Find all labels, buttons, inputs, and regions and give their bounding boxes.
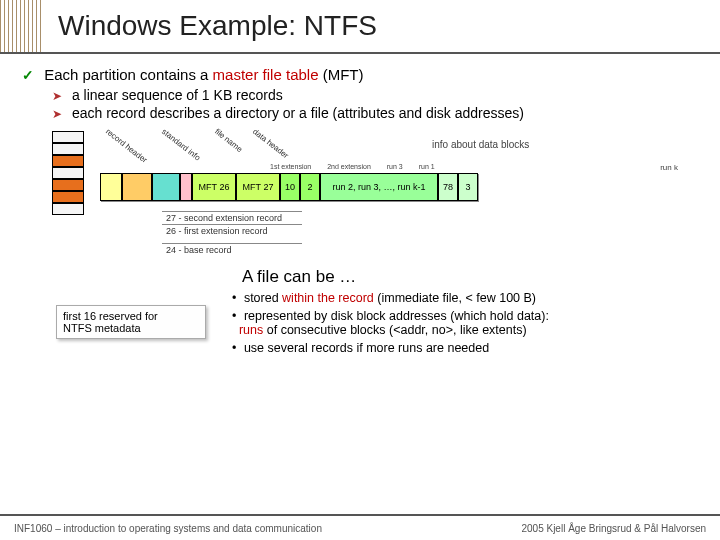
mft-stack	[52, 131, 84, 215]
arrow-icon: ➤	[52, 89, 62, 103]
record-bar: MFT 26 MFT 27 10 2 run 2, run 3, …, run …	[100, 173, 478, 201]
footer-right: 2005 Kjell Åge Bringsrud & Pål Halvorsen	[521, 523, 706, 534]
b2-red: runs	[239, 323, 263, 337]
check-icon: ✓	[22, 67, 34, 83]
rb-runs: run 2, run 3, …, run k-1	[320, 173, 438, 201]
rot-label-2: file name	[213, 127, 244, 154]
bullet-sub-0-text: a linear sequence of 1 KB records	[72, 87, 283, 103]
rb-mft2: MFT 27	[236, 173, 280, 201]
rb-small2: 2	[300, 173, 320, 201]
rot-label-3: data header	[251, 127, 290, 160]
b3-text: use several records if more runs are nee…	[244, 341, 489, 355]
footer-line	[0, 514, 720, 516]
note-1: 26 - first extension record	[162, 224, 302, 237]
meta-l1: first 16 reserved for	[63, 310, 158, 322]
rb-data-hdr	[180, 173, 192, 201]
footer-left: INF1060 – introduction to operating syst…	[14, 523, 322, 534]
note-2: 24 - base record	[162, 243, 302, 256]
run-labels: 1st extension 2nd extension run 3 run 1	[270, 163, 449, 170]
bullet-main-pre: Each partition contains a	[44, 66, 212, 83]
lower-heading: A file can be …	[242, 267, 708, 287]
title-bar: Windows Example: NTFS	[0, 0, 720, 52]
bullet-sub-1: ➤ each record describes a directory or a…	[52, 105, 708, 121]
run-hdr-2: run 3	[387, 163, 403, 170]
bullet-dot-icon: •	[232, 309, 236, 323]
info-label: info about data blocks	[432, 139, 529, 150]
bullet-main: ✓ Each partition contains a master file …	[22, 66, 708, 83]
rb-end1: 78	[438, 173, 458, 201]
note-0: 27 - second extension record	[162, 211, 302, 224]
run-hdr-0: 1st extension	[270, 163, 311, 170]
metadata-box: first 16 reserved for NTFS metadata	[56, 305, 206, 339]
rb-std-info	[122, 173, 152, 201]
lower-b3: • use several records if more runs are n…	[232, 341, 708, 355]
content: ✓ Each partition contains a master file …	[0, 54, 720, 355]
meta-l2: NTFS metadata	[63, 322, 141, 334]
mft-diagram: record header standard info file name da…	[12, 127, 708, 227]
lower-b2: • represented by disk block addresses (w…	[232, 309, 708, 337]
rb-small1: 10	[280, 173, 300, 201]
bullet-main-red: master file table	[213, 66, 319, 83]
lower-b1: • stored within the record (immediate fi…	[232, 291, 708, 305]
run-hdr-3: run 1	[419, 163, 435, 170]
b2-l1: represented by disk block addresses (whi…	[244, 309, 549, 323]
rot-label-1: standard info	[160, 127, 202, 163]
lower-block: A file can be … • stored within the reco…	[12, 267, 708, 355]
rb-mft1: MFT 26	[192, 173, 236, 201]
bullet-dot-icon: •	[232, 341, 236, 355]
bullet-sub-1-text: each record describes a directory or a f…	[72, 105, 524, 121]
b1-pre: stored	[244, 291, 282, 305]
rb-file-name	[152, 173, 180, 201]
rb-end2: 3	[458, 173, 478, 201]
rb-rec-hdr	[100, 173, 122, 201]
b1-post: (immediate file, < few 100 B)	[374, 291, 536, 305]
bullet-sub-0: ➤ a linear sequence of 1 KB records	[52, 87, 708, 103]
rot-label-0: record header	[104, 127, 149, 165]
b2-post: of consecutive blocks (<addr, no>, like …	[263, 323, 526, 337]
run-k-label: run k	[660, 163, 678, 172]
title-accent	[0, 0, 44, 52]
bullet-dot-icon: •	[232, 291, 236, 305]
run-hdr-1: 2nd extension	[327, 163, 371, 170]
slide-title: Windows Example: NTFS	[58, 10, 377, 42]
rot-labels: record header standard info file name da…	[104, 125, 298, 134]
footer: INF1060 – introduction to operating syst…	[14, 523, 706, 534]
b1-red: within the record	[282, 291, 374, 305]
arrow-icon: ➤	[52, 107, 62, 121]
bullet-main-post: (MFT)	[319, 66, 364, 83]
ext-notes: 27 - second extension record 26 - first …	[162, 211, 302, 256]
